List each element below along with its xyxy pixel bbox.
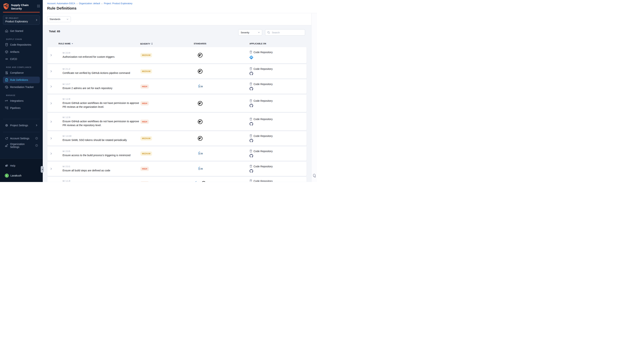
info-icon	[35, 144, 38, 147]
rule-id: Id: 2.1.2	[63, 68, 143, 70]
rule-row[interactable]: Id: 2.3.5 Ensure access to the build pro…	[47, 146, 306, 161]
project-selector[interactable]: PROJECT Product Exploratory	[3, 15, 40, 25]
rule-row[interactable]: Id: 2.3.9 Authorization not enforced for…	[47, 47, 306, 63]
repo-icon	[5, 43, 9, 46]
sidebar-item-rule-definitions[interactable]: Rule Definitions	[3, 76, 40, 83]
code-repository-icon	[249, 180, 252, 182]
rule-name: Ensure GitHub action workflows do not ha…	[63, 101, 141, 109]
expand-chevron-icon[interactable]	[50, 102, 53, 105]
expand-chevron-icon[interactable]	[50, 152, 53, 155]
search-icon	[267, 31, 270, 34]
rules-content: Total: 65 Severity RULE NAME SEVERITY	[43, 25, 317, 182]
search-input[interactable]	[271, 31, 303, 34]
standards-cell: CIS	[188, 177, 212, 182]
sidebar-item-code-repositories[interactable]: Code Repositories	[3, 42, 40, 48]
code-repository-icon	[249, 67, 252, 70]
github-icon	[249, 104, 253, 108]
sidebar-collapse-handle[interactable]	[41, 166, 44, 173]
standards-cell	[188, 131, 212, 146]
app-title: Supply Chain Security	[11, 3, 35, 10]
rule-id: Id: 1.3.10	[63, 135, 143, 137]
chevron-right-icon	[35, 18, 38, 21]
sidebar: Supply Chain Security PROJECT Product Ex…	[0, 0, 43, 182]
expand-chevron-icon[interactable]	[50, 120, 53, 123]
severity-badge: MEDIUM	[140, 136, 152, 140]
applicable-on-label: Code Repository	[249, 134, 273, 138]
standards-filter-dropdown[interactable]: Standards	[47, 16, 71, 22]
clipboard-check-icon	[5, 78, 9, 82]
sidebar-item-organization-settings[interactable]: Organization Settings	[3, 142, 40, 149]
chat-assistant-icon[interactable]	[312, 174, 316, 178]
expand-chevron-icon[interactable]	[50, 70, 53, 73]
breadcrumb-link[interactable]: Project: Product Exploratory	[104, 2, 132, 5]
expand-chevron-icon[interactable]	[50, 54, 53, 57]
severity-filter-dropdown[interactable]: Severity	[238, 29, 262, 36]
severity-cell: MEDIUM	[140, 131, 152, 146]
rule-row[interactable]: Id: 1.1.9 HIGH CIS Code Repository	[47, 177, 306, 182]
breadcrumb-link[interactable]: Organization: default	[79, 2, 100, 5]
rule-row[interactable]: Id: 2.3.1 Ensure all build steps are def…	[47, 162, 306, 176]
rule-row[interactable]: Id: 1.3.10 Ensure SAML SSO tokens should…	[47, 131, 306, 146]
column-header-applicable-on: APPLICABLE ON	[249, 42, 266, 45]
severity-cell: HIGH	[140, 177, 149, 182]
expand-chevron-icon[interactable]	[50, 137, 53, 140]
rule-row[interactable]: Id: 1.2.8 Ensure GitHub action workflows…	[47, 94, 306, 112]
column-header-severity[interactable]: SEVERITY	[140, 42, 153, 45]
breadcrumb-separator: ›	[77, 2, 77, 5]
sidebar-item-pipelines[interactable]: Pipelines	[3, 105, 40, 111]
expand-chevron-icon[interactable]	[50, 167, 53, 170]
sidebar-item-project-settings[interactable]: Project Settings	[3, 122, 40, 129]
standards-cell	[188, 47, 212, 63]
scroll-gutter[interactable]	[311, 14, 317, 182]
applicable-on-label: Code Repository	[249, 150, 273, 153]
column-header-rule-name[interactable]: RULE NAME	[59, 42, 73, 45]
rule-name-cell: Id: 2.1.2 Certificate not verified by Gi…	[63, 64, 143, 78]
breadcrumb: Account: Automation-SSCA›Organization: d…	[47, 2, 317, 5]
rule-row[interactable]: Id: 2.1.2 Certificate not verified by Gi…	[47, 64, 306, 78]
owasp-standard-icon	[198, 69, 203, 74]
rule-row[interactable]: Id: 1.2.9 Ensure GitHub action workflows…	[47, 113, 306, 130]
pipelines-icon	[5, 106, 9, 110]
main-area: Account: Automation-SSCA›Organization: d…	[43, 0, 317, 182]
breadcrumb-link[interactable]: Account: Automation-SSCA	[47, 2, 75, 5]
sidebar-item-label: Project Settings	[10, 124, 28, 127]
sidebar-item-help[interactable]: ? Help	[3, 162, 40, 169]
page-header: Account: Automation-SSCA›Organization: d…	[43, 0, 317, 13]
project-name: Product Exploratory	[5, 20, 38, 23]
applicable-on-cell: Code Repository	[249, 113, 273, 130]
applicable-on-label: Code Repository	[249, 180, 273, 182]
sidebar-item-account-settings[interactable]: Account Settings	[3, 135, 40, 142]
expand-chevron-icon[interactable]	[50, 85, 53, 88]
severity-cell: MEDIUM	[140, 47, 152, 63]
sort-up-down-icon	[151, 42, 153, 45]
rule-id: Id: 1.2.8	[63, 98, 143, 100]
rule-id: Id: 2.3.1	[63, 165, 143, 168]
severity-cell: HIGH	[140, 79, 149, 94]
rule-name-cell: Id: 2.3.5 Ensure access to the build pro…	[63, 146, 143, 161]
sidebar-item-remediation-tracker[interactable]: Remediation Tracker	[3, 84, 40, 90]
applicable-on-label: Code Repository	[249, 82, 273, 86]
applicable-on-cell: Code Repository	[249, 131, 273, 146]
sidebar-item-compliance[interactable]: Compliance	[3, 70, 40, 76]
rule-id: Id: 1.2.9	[63, 116, 143, 118]
rule-id: Id: 2.3.5	[63, 150, 143, 152]
owasp-standard-icon	[198, 119, 203, 124]
cis-standard-icon: CIS	[194, 181, 199, 182]
breadcrumb-separator: ›	[102, 2, 102, 5]
sidebar-item-get-started[interactable]: Get Started	[3, 28, 40, 34]
severity-badge: HIGH	[140, 101, 149, 106]
help-icon: ?	[5, 164, 9, 168]
rule-name-cell: Id: 1.2.9 Ensure GitHub action workflows…	[63, 113, 143, 130]
code-repository-icon	[249, 82, 252, 86]
supply-chain-security-logo-icon	[3, 3, 9, 10]
code-repository-icon	[249, 150, 252, 153]
sidebar-item-integrations[interactable]: Integrations	[3, 98, 40, 104]
severity-badge: MEDIUM	[140, 152, 152, 156]
module-switcher-icon[interactable]	[37, 4, 40, 8]
sidebar-item-user[interactable]: L Lavakush	[3, 172, 40, 179]
sidebar-item-ci-cd[interactable]: CI/CD	[3, 56, 40, 62]
severity-badge: HIGH	[140, 120, 149, 124]
sidebar-item-artifacts[interactable]: Artifacts	[3, 48, 40, 55]
standards-cell	[188, 94, 212, 112]
rule-row[interactable]: Id: 1.3.7 Ensure 2 admins are set for ea…	[47, 79, 306, 94]
